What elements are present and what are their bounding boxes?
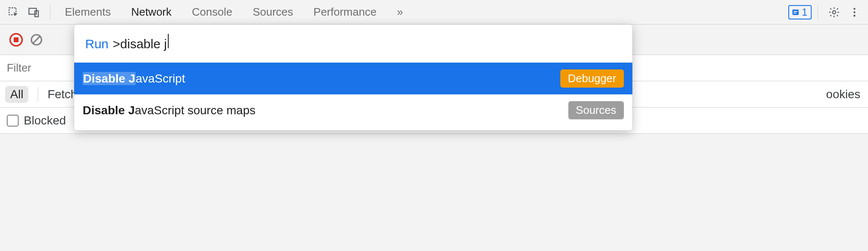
record-button-icon[interactable] <box>8 31 25 48</box>
text-caret-icon <box>168 34 169 48</box>
tab-performance[interactable]: Performance <box>313 6 378 19</box>
svg-point-6 <box>832 11 835 14</box>
svg-rect-3 <box>792 9 798 15</box>
filter-input[interactable] <box>6 61 57 75</box>
svg-rect-11 <box>14 37 18 42</box>
command-match-text: Disable J <box>83 72 136 85</box>
inspect-element-icon[interactable] <box>5 4 22 21</box>
svg-point-8 <box>854 11 856 13</box>
tab-console[interactable]: Console <box>191 6 233 19</box>
svg-rect-5 <box>793 12 796 13</box>
tabs-overflow-icon[interactable]: » <box>396 6 403 19</box>
command-palette: Run > disable j Disable JavaScript Debug… <box>74 25 632 130</box>
svg-point-7 <box>854 8 856 10</box>
device-toolbar-icon[interactable] <box>25 4 42 21</box>
clear-log-icon[interactable] <box>28 31 45 48</box>
command-category-badge: Debugger <box>560 69 624 88</box>
command-palette-typed-text: disable j <box>120 37 167 51</box>
chip-all[interactable]: All <box>5 86 28 103</box>
settings-gear-icon[interactable] <box>826 4 843 21</box>
devtools-tabs: Elements Network Console Sources Perform… <box>56 6 403 19</box>
svg-rect-4 <box>793 11 797 12</box>
command-rest-text: avaScript <box>136 72 185 85</box>
command-palette-item[interactable]: Disable JavaScript source maps Sources <box>74 94 632 126</box>
command-rest-text: avaScript source maps <box>135 104 256 117</box>
command-title: Disable JavaScript source maps <box>83 104 568 117</box>
blocked-label-partial: Blocked <box>24 114 66 127</box>
tab-network[interactable]: Network <box>130 6 172 19</box>
svg-point-9 <box>854 14 856 17</box>
blocked-cookies-checkbox[interactable] <box>7 115 19 127</box>
separator <box>38 87 38 102</box>
svg-line-13 <box>33 36 41 44</box>
separator <box>818 5 818 19</box>
command-title: Disable JavaScript <box>83 72 560 86</box>
cookies-label-partial: ookies <box>826 88 863 101</box>
issues-badge[interactable]: 1 <box>788 5 812 19</box>
command-palette-run-label: Run <box>85 37 108 51</box>
kebab-menu-icon[interactable] <box>846 4 863 21</box>
command-palette-item[interactable]: Disable JavaScript Debugger <box>74 63 632 94</box>
command-match-text: Disable J <box>83 104 135 117</box>
chip-fetch[interactable]: Fetch <box>47 88 77 101</box>
separator <box>50 5 50 19</box>
tab-elements[interactable]: Elements <box>64 6 111 19</box>
command-palette-input-row[interactable]: Run > disable j <box>74 25 632 63</box>
command-category-badge: Sources <box>568 101 624 119</box>
command-palette-prefix: > <box>113 37 120 51</box>
devtools-topbar: Elements Network Console Sources Perform… <box>0 0 868 25</box>
issues-count: 1 <box>802 6 807 18</box>
tab-sources[interactable]: Sources <box>252 6 294 19</box>
